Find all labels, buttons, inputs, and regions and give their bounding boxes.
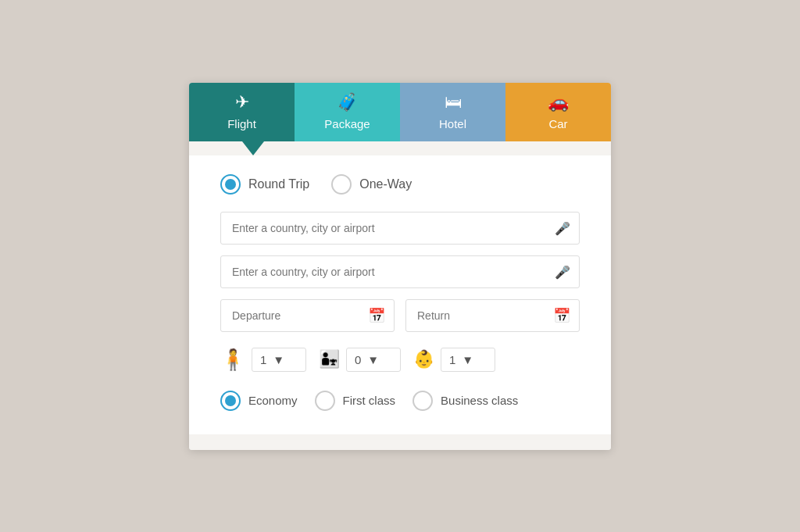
tab-indicator xyxy=(189,141,611,155)
adults-value: 1 xyxy=(260,353,266,366)
first-class-radio[interactable] xyxy=(315,391,335,411)
return-calendar-icon[interactable]: 📅 xyxy=(553,307,570,324)
adults-icon: 🧍 xyxy=(220,348,245,372)
children-selector[interactable]: 0 ▼ xyxy=(346,348,401,372)
destination-input[interactable] xyxy=(220,255,580,288)
form-area: Round Trip One-Way 🎤 🎤 📅 📅 xyxy=(189,155,611,434)
business-class-radio[interactable] xyxy=(412,391,433,411)
children-group: 👨‍👧 0 ▼ xyxy=(319,348,401,372)
departure-calendar-icon[interactable]: 📅 xyxy=(368,307,385,324)
tab-flight[interactable]: ✈ Flight xyxy=(189,83,295,141)
economy-label: Economy xyxy=(248,394,298,407)
package-icon: 🧳 xyxy=(337,94,358,111)
adults-chevron-icon: ▼ xyxy=(273,353,284,366)
car-icon: 🚗 xyxy=(548,94,569,111)
mic-icon-destination: 🎤 xyxy=(555,264,570,279)
round-trip-option[interactable]: Round Trip xyxy=(220,174,309,195)
first-class-label: First class xyxy=(343,394,396,407)
trip-type-group: Round Trip One-Way xyxy=(220,174,580,195)
tab-bar: ✈ Flight 🧳 Package 🛏 Hotel 🚗 Car xyxy=(189,83,611,141)
tab-package-label: Package xyxy=(324,117,370,130)
children-chevron-icon: ▼ xyxy=(367,353,379,366)
infants-chevron-icon: ▼ xyxy=(462,353,473,366)
tab-car-label: Car xyxy=(548,117,567,130)
booking-card: ✈ Flight 🧳 Package 🛏 Hotel 🚗 Car Round T… xyxy=(189,83,611,450)
one-way-option[interactable]: One-Way xyxy=(331,174,412,195)
origin-wrapper: 🎤 xyxy=(220,212,580,245)
date-row: 📅 📅 xyxy=(220,299,580,332)
tab-hotel-label: Hotel xyxy=(439,117,466,130)
infants-value: 1 xyxy=(449,353,455,366)
one-way-label: One-Way xyxy=(359,177,412,191)
departure-wrapper: 📅 xyxy=(220,299,395,332)
bottom-background xyxy=(189,434,611,450)
origin-input[interactable] xyxy=(220,212,580,245)
tab-package[interactable]: 🧳 Package xyxy=(295,83,400,141)
cabin-class-row: Economy First class Business class xyxy=(220,391,580,411)
infants-icon: 👶 xyxy=(413,349,434,370)
children-value: 0 xyxy=(355,353,361,366)
return-wrapper: 📅 xyxy=(405,299,580,332)
adults-selector[interactable]: 1 ▼ xyxy=(252,348,306,372)
business-class-option[interactable]: Business class xyxy=(412,391,518,411)
tab-car[interactable]: 🚗 Car xyxy=(505,83,611,141)
passengers-row: 🧍 1 ▼ 👨‍👧 0 ▼ 👶 1 ▼ xyxy=(220,348,580,372)
first-class-option[interactable]: First class xyxy=(315,391,396,411)
infants-selector[interactable]: 1 ▼ xyxy=(441,348,495,372)
round-trip-radio[interactable] xyxy=(220,174,241,195)
round-trip-label: Round Trip xyxy=(248,177,309,191)
infants-group: 👶 1 ▼ xyxy=(413,348,495,372)
tab-hotel[interactable]: 🛏 Hotel xyxy=(400,83,505,141)
mic-icon-origin: 🎤 xyxy=(555,220,570,235)
adults-group: 🧍 1 ▼ xyxy=(220,348,306,372)
business-class-label: Business class xyxy=(441,394,518,407)
one-way-radio[interactable] xyxy=(331,174,352,195)
children-icon: 👨‍👧 xyxy=(319,349,340,370)
economy-radio[interactable] xyxy=(220,391,241,411)
flight-icon: ✈ xyxy=(235,94,249,111)
destination-wrapper: 🎤 xyxy=(220,255,580,288)
economy-option[interactable]: Economy xyxy=(220,391,298,411)
tab-flight-label: Flight xyxy=(227,117,256,130)
hotel-icon: 🛏 xyxy=(445,94,462,111)
